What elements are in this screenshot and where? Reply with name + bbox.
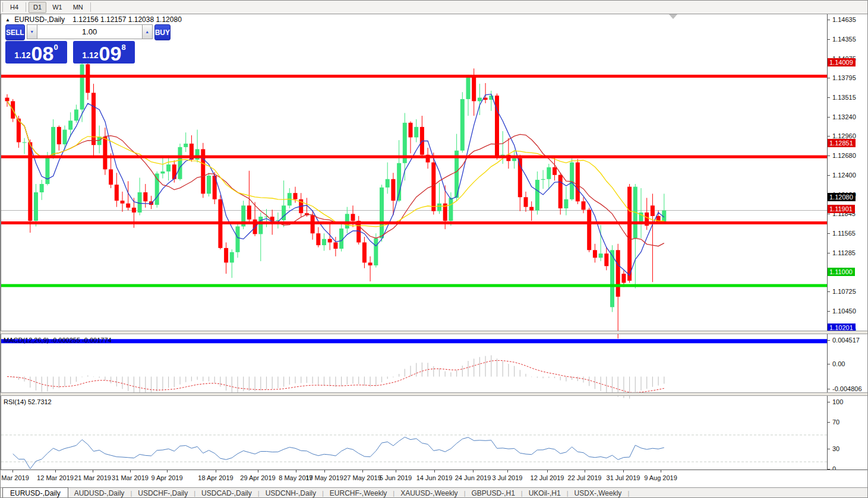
- candle-body: [138, 192, 142, 212]
- candle-body: [74, 110, 78, 121]
- chart-tab-xauusd-weekly[interactable]: XAUUSD-,Weekly: [394, 489, 463, 497]
- axis-tick-mark: [828, 156, 830, 156]
- candle-body: [160, 172, 165, 174]
- sell-price-box[interactable]: 1.12 08 0: [5, 41, 67, 64]
- candle-body: [103, 137, 107, 169]
- candle-body: [258, 217, 263, 234]
- time-tick-label: 3 Jul 2019: [493, 474, 523, 481]
- chart-tab-audusd-daily[interactable]: AUDUSD-,Daily: [68, 489, 131, 497]
- candle-body: [409, 123, 413, 138]
- candle-body: [166, 164, 171, 172]
- candle-body: [40, 184, 44, 192]
- volume-increase-button[interactable]: ▲: [142, 24, 153, 39]
- axis-tick-mark: [828, 422, 830, 423]
- macd-main-value: -0.000255: [50, 337, 80, 344]
- chart-tab-ukoil-h1[interactable]: UKOil-,H1: [523, 489, 567, 497]
- time-tick-mark: [130, 470, 131, 472]
- candle-body: [207, 176, 211, 194]
- macd-label: MACD(12,26,9) -0.000255 -0.001774: [4, 337, 112, 344]
- time-tick-mark: [12, 470, 13, 472]
- candle-body: [121, 201, 125, 204]
- axis-tick-mark: [828, 340, 830, 341]
- chart-shift-marker-icon[interactable]: [668, 14, 678, 19]
- candle-body: [472, 77, 476, 101]
- macd-tick-label: -0.004806: [832, 385, 862, 392]
- chart-tab-eurchf-weekly[interactable]: EURCHF-,Weekly: [324, 489, 393, 497]
- price-axis: 1.146351.143551.140751.137951.135151.132…: [827, 14, 868, 470]
- axis-tick-mark: [828, 20, 830, 20]
- time-tick-mark: [362, 470, 363, 472]
- timeframe-button-h4[interactable]: H4: [5, 2, 23, 13]
- time-tick-mark: [507, 470, 508, 472]
- time-tick-mark: [55, 470, 56, 472]
- axis-tick-mark: [828, 175, 830, 176]
- timeframe-button-w1[interactable]: W1: [48, 2, 67, 13]
- level-price-badge: 1.11000: [828, 268, 855, 276]
- candle-body: [293, 193, 298, 199]
- buy-price-prefix: 1.12: [82, 50, 98, 60]
- main-price-chart[interactable]: [1, 27, 828, 344]
- chart-tab-eurusd-daily[interactable]: EURUSD-,Daily: [2, 487, 68, 498]
- time-tick-label: 17 May 2019: [305, 474, 343, 481]
- candle-body: [518, 158, 522, 198]
- level-price-badge: 1.14009: [828, 58, 856, 66]
- horizontal-level-line[interactable]: [1, 75, 828, 78]
- horizontal-level-line[interactable]: [1, 221, 828, 224]
- horizontal-level-line[interactable]: [1, 339, 828, 343]
- toolbar-separator: [90, 2, 91, 12]
- candle-body: [333, 242, 337, 249]
- candle-body: [132, 208, 136, 212]
- rsi-tick-label: 100: [832, 398, 843, 405]
- horizontal-level-line[interactable]: [1, 156, 828, 158]
- time-tick-mark: [93, 470, 93, 472]
- time-tick-label: 31 Mar 2019: [112, 474, 149, 481]
- candle-body: [339, 229, 343, 249]
- axis-tick-mark: [828, 364, 830, 364]
- candle-body: [184, 144, 188, 147]
- time-tick-label: 24 Jun 2019: [455, 474, 491, 481]
- candle-body: [143, 192, 147, 201]
- chart-tab-usdchf-daily[interactable]: USDCHF-,Daily: [132, 489, 194, 497]
- chart-tab-gbpusd-h1[interactable]: GBPUSD-,H1: [465, 489, 520, 497]
- timeframe-button-d1[interactable]: D1: [29, 2, 46, 13]
- panel-splitter[interactable]: [1, 392, 868, 396]
- candle-body: [224, 248, 228, 263]
- axis-tick-mark: [828, 291, 830, 292]
- candle-body: [86, 64, 90, 93]
- candle-body: [34, 192, 38, 221]
- chart-area[interactable]: [1, 14, 827, 487]
- volume-decrease-button[interactable]: ▼: [27, 24, 37, 39]
- sell-button[interactable]: SELL: [5, 24, 25, 40]
- horizontal-level-line[interactable]: [1, 284, 828, 287]
- candle-body: [599, 253, 603, 258]
- panel-splitter[interactable]: [1, 331, 868, 334]
- axis-tick-mark: [828, 311, 830, 312]
- time-tick-label: 18 Apr 2019: [198, 474, 233, 481]
- rsi-tick-label: 70: [832, 418, 839, 426]
- axis-tick-mark: [828, 233, 830, 234]
- buy-button[interactable]: BUY: [154, 24, 171, 40]
- timeframe-button-mn[interactable]: MN: [68, 2, 88, 13]
- sell-price-big: 08: [31, 45, 54, 62]
- price-tick-label: 1.10725: [832, 288, 856, 295]
- price-tick-label: 1.11565: [832, 230, 856, 237]
- chart-tab-usdx-weekly[interactable]: USDX-,Weekly: [569, 489, 628, 497]
- price-tick-label: 1.13515: [832, 94, 856, 101]
- macd-subwindow[interactable]: [1, 347, 828, 405]
- rsi-line: [13, 437, 664, 469]
- time-tick-mark: [324, 470, 325, 472]
- buy-price-box[interactable]: 1.12 09 8: [73, 41, 135, 64]
- collapse-arrow-icon[interactable]: ▲: [5, 17, 10, 23]
- candle-body: [115, 185, 119, 201]
- chart-tab-usdcnh-daily[interactable]: USDCNH-,Daily: [260, 489, 322, 497]
- volume-input[interactable]: [37, 24, 142, 39]
- candle-body: [322, 239, 326, 246]
- candle-body: [57, 127, 61, 144]
- time-axis: 3 Mar 201912 Mar 201921 Mar 201931 Mar 2…: [1, 470, 868, 487]
- chart-tab-usdcad-daily[interactable]: USDCAD-,Daily: [195, 489, 258, 497]
- candle-body: [437, 204, 441, 211]
- time-tick-label: 3 Mar 2019: [0, 474, 29, 481]
- price-tick-label: 1.12680: [832, 152, 856, 159]
- axis-tick-mark: [828, 389, 830, 389]
- time-tick-label: 9 Aug 2019: [644, 474, 677, 481]
